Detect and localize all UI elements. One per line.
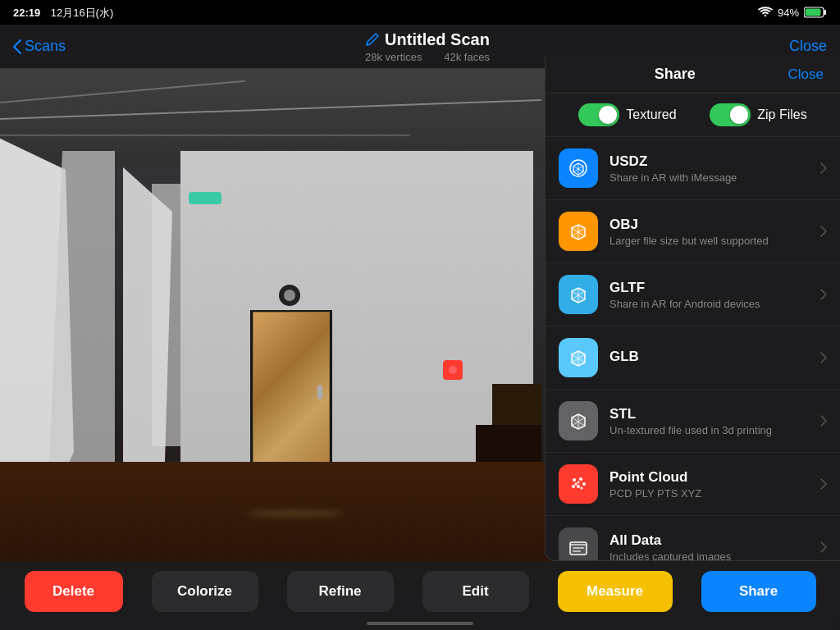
textured-toggle[interactable] — [578, 103, 619, 126]
zipfiles-label: Zip Files — [757, 107, 806, 122]
obj-desc: Larger file size but well supported — [609, 235, 809, 247]
svg-rect-2 — [806, 9, 821, 16]
alldata-text: All Data Includes captured images — [609, 532, 809, 561]
back-label: Scans — [25, 38, 66, 55]
measure-button[interactable]: Measure — [558, 571, 673, 612]
scan-title: Untitled Scan — [385, 30, 490, 49]
battery-level: 94% — [778, 7, 799, 19]
glb-text: GLB — [609, 349, 809, 367]
stl-icon — [559, 401, 598, 441]
alldata-icon — [559, 527, 598, 560]
svg-point-7 — [577, 485, 580, 488]
obj-icon — [559, 212, 598, 251]
edit-icon — [365, 32, 380, 47]
format-obj[interactable]: OBJ Larger file size but well supported — [546, 200, 840, 263]
dots-icon — [567, 472, 590, 495]
format-usdz[interactable]: USDZ Share in AR with iMessage — [546, 137, 840, 200]
svg-point-11 — [581, 487, 583, 490]
pointcloud-text: Point Cloud PCD PLY PTS XYZ — [609, 469, 809, 500]
svg-rect-14 — [573, 550, 581, 552]
gltf-icon — [559, 275, 598, 314]
status-right: 94% — [758, 7, 827, 19]
share-button[interactable]: Share — [701, 571, 816, 612]
alldata-desc: Includes captured images — [609, 550, 809, 561]
nav-title: Untitled Scan — [365, 30, 490, 49]
stl-box-icon — [567, 409, 590, 432]
obj-text: OBJ Larger file size but well supported — [609, 217, 809, 247]
alldata-name: All Data — [609, 532, 809, 549]
nav-subtitle: 28k vertices 42k faces — [365, 51, 490, 63]
box-icon — [567, 220, 590, 243]
usdz-icon — [559, 148, 598, 188]
edit-button[interactable]: Edit — [422, 571, 529, 612]
textured-label: Textured — [626, 107, 676, 122]
svg-point-9 — [578, 482, 580, 484]
svg-point-10 — [575, 483, 578, 486]
svg-point-6 — [582, 482, 586, 486]
svg-point-4 — [573, 478, 576, 482]
format-stl[interactable]: STL Un-textured file used in 3d printing — [546, 390, 840, 453]
format-gltf[interactable]: GLTF Share in AR for Android devices — [546, 263, 840, 326]
pointcloud-desc: PCD PLY PTS XYZ — [609, 487, 809, 500]
chevron-right-icon — [820, 226, 827, 237]
chevron-right-icon — [820, 478, 827, 490]
svg-point-8 — [572, 485, 575, 488]
stl-text: STL Un-textured file used in 3d printing — [609, 406, 809, 436]
svg-rect-13 — [573, 547, 584, 549]
glb-box-icon — [567, 346, 590, 369]
share-panel-title: Share — [562, 66, 788, 83]
chevron-right-icon — [820, 162, 827, 174]
nav-close-button[interactable]: Close — [789, 38, 827, 55]
bottom-toolbar: Delete Colorize Refine Edit Measure Shar… — [0, 561, 840, 630]
usdz-name: USDZ — [609, 153, 809, 170]
chevron-left-icon — [13, 39, 21, 54]
share-panel-header: Share Close — [546, 56, 840, 94]
zipfiles-toggle[interactable] — [710, 103, 751, 126]
format-pointcloud[interactable]: Point Cloud PCD PLY PTS XYZ — [546, 453, 840, 516]
delete-button[interactable]: Delete — [25, 571, 123, 612]
nav-title-area: Untitled Scan 28k vertices 42k faces — [365, 30, 490, 63]
gltf-desc: Share in AR for Android devices — [609, 298, 809, 310]
chevron-right-icon — [820, 352, 827, 363]
battery-icon — [804, 7, 827, 18]
format-alldata[interactable]: All Data Includes captured images — [546, 516, 840, 560]
chevron-right-icon — [820, 415, 827, 427]
chevron-right-icon — [820, 289, 827, 300]
obj-name: OBJ — [609, 217, 809, 233]
ar-icon — [567, 157, 590, 180]
folder-icon — [567, 536, 590, 559]
textured-toggle-group: Textured — [578, 103, 676, 126]
status-bar: 22:19 12月16日(水) 94% — [0, 0, 840, 25]
usdz-desc: Share in AR with iMessage — [609, 171, 809, 184]
stl-name: STL — [609, 406, 809, 422]
glb-name: GLB — [609, 349, 809, 365]
share-panel-close-button[interactable]: Close — [788, 66, 824, 83]
chevron-right-icon — [820, 541, 827, 553]
colorize-button[interactable]: Colorize — [152, 571, 258, 612]
pointcloud-name: Point Cloud — [609, 469, 809, 486]
stl-desc: Un-textured file used in 3d printing — [609, 424, 809, 436]
svg-rect-1 — [824, 10, 827, 15]
gltf-box-icon — [567, 283, 590, 306]
gltf-name: GLTF — [609, 280, 809, 296]
glb-icon — [559, 338, 598, 377]
share-panel: Share Close Textured Zip Files USDZ — [545, 56, 840, 561]
refine-button[interactable]: Refine — [287, 571, 394, 612]
home-indicator — [367, 622, 473, 625]
format-glb[interactable]: GLB — [546, 326, 840, 390]
toggles-row: Textured Zip Files — [546, 94, 840, 137]
wifi-icon — [758, 7, 773, 18]
usdz-text: USDZ Share in AR with iMessage — [609, 153, 809, 184]
back-button[interactable]: Scans — [13, 38, 66, 55]
status-time: 22:19 12月16日(水) — [13, 5, 113, 21]
zipfiles-toggle-group: Zip Files — [710, 103, 806, 126]
format-list: USDZ Share in AR with iMessage OBJ Large… — [546, 137, 840, 560]
pointcloud-icon — [559, 464, 598, 504]
svg-point-5 — [579, 477, 582, 481]
gltf-text: GLTF Share in AR for Android devices — [609, 280, 809, 310]
